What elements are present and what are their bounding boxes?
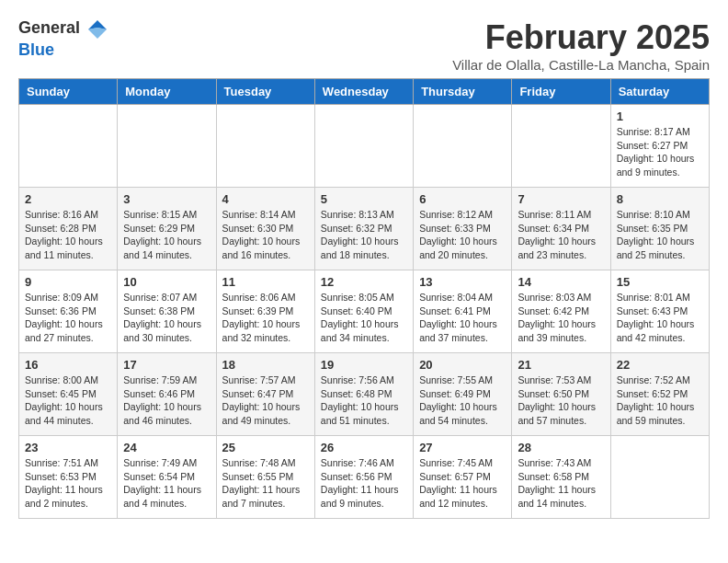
day-info: Sunrise: 8:07 AM Sunset: 6:38 PM Dayligh… xyxy=(123,291,210,345)
calendar-week-row: 23Sunrise: 7:51 AM Sunset: 6:53 PM Dayli… xyxy=(19,436,710,519)
day-number: 1 xyxy=(617,109,703,123)
day-info: Sunrise: 7:52 AM Sunset: 6:52 PM Dayligh… xyxy=(617,373,703,428)
calendar-cell: 10Sunrise: 8:07 AM Sunset: 6:38 PM Dayli… xyxy=(118,270,216,353)
calendar-cell: 11Sunrise: 8:06 AM Sunset: 6:39 PM Dayli… xyxy=(216,270,314,353)
calendar-cell: 14Sunrise: 8:03 AM Sunset: 6:42 PM Dayli… xyxy=(512,270,610,353)
calendar-week-row: 16Sunrise: 8:00 AM Sunset: 6:45 PM Dayli… xyxy=(19,353,710,436)
day-info: Sunrise: 8:05 AM Sunset: 6:40 PM Dayligh… xyxy=(321,291,407,345)
day-info: Sunrise: 8:12 AM Sunset: 6:33 PM Dayligh… xyxy=(419,208,506,262)
day-number: 9 xyxy=(25,275,111,289)
day-info: Sunrise: 8:14 AM Sunset: 6:30 PM Dayligh… xyxy=(222,208,309,262)
day-info: Sunrise: 8:15 AM Sunset: 6:29 PM Dayligh… xyxy=(123,208,210,262)
day-info: Sunrise: 7:56 AM Sunset: 6:48 PM Dayligh… xyxy=(321,373,407,428)
day-number: 11 xyxy=(222,275,309,289)
day-info: Sunrise: 8:10 AM Sunset: 6:35 PM Dayligh… xyxy=(617,208,703,262)
calendar-table: SundayMondayTuesdayWednesdayThursdayFrid… xyxy=(18,78,710,519)
day-number: 22 xyxy=(617,358,703,372)
calendar-cell: 15Sunrise: 8:01 AM Sunset: 6:43 PM Dayli… xyxy=(610,270,709,353)
calendar-week-row: 2Sunrise: 8:16 AM Sunset: 6:28 PM Daylig… xyxy=(19,188,710,270)
day-number: 24 xyxy=(123,441,210,454)
calendar-cell: 3Sunrise: 8:15 AM Sunset: 6:29 PM Daylig… xyxy=(118,188,216,270)
column-header-saturday: Saturday xyxy=(610,79,709,105)
day-info: Sunrise: 8:17 AM Sunset: 6:27 PM Dayligh… xyxy=(617,125,703,179)
calendar-cell xyxy=(512,105,610,188)
calendar-cell: 4Sunrise: 8:14 AM Sunset: 6:30 PM Daylig… xyxy=(216,188,314,270)
day-number: 20 xyxy=(419,358,506,372)
day-info: Sunrise: 8:09 AM Sunset: 6:36 PM Dayligh… xyxy=(25,291,111,345)
day-number: 13 xyxy=(419,275,506,289)
day-number: 15 xyxy=(617,275,703,289)
title-block: February 2025 Villar de Olalla, Castille… xyxy=(452,18,710,73)
day-number: 21 xyxy=(518,358,604,372)
calendar-cell xyxy=(118,105,216,188)
calendar-cell: 27Sunrise: 7:45 AM Sunset: 6:57 PM Dayli… xyxy=(414,436,512,519)
day-number: 17 xyxy=(123,358,210,372)
calendar-cell xyxy=(414,105,512,188)
calendar-cell: 13Sunrise: 8:04 AM Sunset: 6:41 PM Dayli… xyxy=(414,270,512,353)
calendar-cell: 9Sunrise: 8:09 AM Sunset: 6:36 PM Daylig… xyxy=(19,270,118,353)
calendar-week-row: 9Sunrise: 8:09 AM Sunset: 6:36 PM Daylig… xyxy=(19,270,710,353)
svg-marker-1 xyxy=(88,28,107,39)
calendar-cell: 16Sunrise: 8:00 AM Sunset: 6:45 PM Dayli… xyxy=(19,353,118,436)
day-number: 8 xyxy=(617,192,703,206)
column-header-thursday: Thursday xyxy=(414,79,512,105)
day-number: 26 xyxy=(321,441,407,454)
day-number: 4 xyxy=(222,192,309,206)
calendar-cell: 6Sunrise: 8:12 AM Sunset: 6:33 PM Daylig… xyxy=(414,188,512,270)
day-info: Sunrise: 7:46 AM Sunset: 6:56 PM Dayligh… xyxy=(321,456,407,511)
day-number: 19 xyxy=(321,358,407,372)
logo-blue: Blue xyxy=(18,40,54,59)
day-number: 16 xyxy=(25,358,111,372)
logo-icon xyxy=(86,18,108,40)
logo-general: General xyxy=(18,18,80,37)
calendar-cell: 28Sunrise: 7:43 AM Sunset: 6:58 PM Dayli… xyxy=(512,436,610,519)
calendar-cell: 24Sunrise: 7:49 AM Sunset: 6:54 PM Dayli… xyxy=(118,436,216,519)
calendar-cell: 2Sunrise: 8:16 AM Sunset: 6:28 PM Daylig… xyxy=(19,188,118,270)
calendar-week-row: 1Sunrise: 8:17 AM Sunset: 6:27 PM Daylig… xyxy=(19,105,710,188)
day-info: Sunrise: 7:45 AM Sunset: 6:57 PM Dayligh… xyxy=(419,456,506,511)
day-number: 25 xyxy=(222,441,309,454)
page-header: General Blue February 2025 Villar de Ola… xyxy=(18,18,710,73)
logo: General Blue xyxy=(18,18,108,60)
calendar-cell: 5Sunrise: 8:13 AM Sunset: 6:32 PM Daylig… xyxy=(314,188,413,270)
calendar-cell: 19Sunrise: 7:56 AM Sunset: 6:48 PM Dayli… xyxy=(314,353,413,436)
calendar-cell: 22Sunrise: 7:52 AM Sunset: 6:52 PM Dayli… xyxy=(610,353,709,436)
calendar-cell: 12Sunrise: 8:05 AM Sunset: 6:40 PM Dayli… xyxy=(314,270,413,353)
calendar-cell: 8Sunrise: 8:10 AM Sunset: 6:35 PM Daylig… xyxy=(610,188,709,270)
column-header-monday: Monday xyxy=(118,79,216,105)
day-info: Sunrise: 7:55 AM Sunset: 6:49 PM Dayligh… xyxy=(419,373,506,428)
calendar-header-row: SundayMondayTuesdayWednesdayThursdayFrid… xyxy=(19,79,710,105)
day-info: Sunrise: 8:16 AM Sunset: 6:28 PM Dayligh… xyxy=(25,208,111,262)
day-info: Sunrise: 7:59 AM Sunset: 6:46 PM Dayligh… xyxy=(123,373,210,428)
calendar-subtitle: Villar de Olalla, Castille-La Mancha, Sp… xyxy=(452,57,710,73)
day-number: 6 xyxy=(419,192,506,206)
calendar-cell: 17Sunrise: 7:59 AM Sunset: 6:46 PM Dayli… xyxy=(118,353,216,436)
day-info: Sunrise: 7:51 AM Sunset: 6:53 PM Dayligh… xyxy=(25,456,111,511)
day-number: 12 xyxy=(321,275,407,289)
day-info: Sunrise: 8:00 AM Sunset: 6:45 PM Dayligh… xyxy=(25,373,111,428)
calendar-cell: 20Sunrise: 7:55 AM Sunset: 6:49 PM Dayli… xyxy=(414,353,512,436)
day-number: 2 xyxy=(25,192,111,206)
calendar-cell xyxy=(19,105,118,188)
day-info: Sunrise: 8:06 AM Sunset: 6:39 PM Dayligh… xyxy=(222,291,309,345)
day-info: Sunrise: 7:57 AM Sunset: 6:47 PM Dayligh… xyxy=(222,373,309,428)
column-header-friday: Friday xyxy=(512,79,610,105)
calendar-cell: 7Sunrise: 8:11 AM Sunset: 6:34 PM Daylig… xyxy=(512,188,610,270)
day-info: Sunrise: 7:43 AM Sunset: 6:58 PM Dayligh… xyxy=(518,456,604,511)
column-header-tuesday: Tuesday xyxy=(216,79,314,105)
calendar-cell: 21Sunrise: 7:53 AM Sunset: 6:50 PM Dayli… xyxy=(512,353,610,436)
calendar-cell: 18Sunrise: 7:57 AM Sunset: 6:47 PM Dayli… xyxy=(216,353,314,436)
calendar-cell xyxy=(216,105,314,188)
day-info: Sunrise: 8:01 AM Sunset: 6:43 PM Dayligh… xyxy=(617,291,703,345)
calendar-title: February 2025 xyxy=(452,18,710,57)
day-number: 18 xyxy=(222,358,309,372)
day-number: 14 xyxy=(518,275,604,289)
day-number: 27 xyxy=(419,441,506,454)
calendar-cell: 23Sunrise: 7:51 AM Sunset: 6:53 PM Dayli… xyxy=(19,436,118,519)
day-info: Sunrise: 8:04 AM Sunset: 6:41 PM Dayligh… xyxy=(419,291,506,345)
day-number: 10 xyxy=(123,275,210,289)
day-number: 5 xyxy=(321,192,407,206)
day-info: Sunrise: 7:53 AM Sunset: 6:50 PM Dayligh… xyxy=(518,373,604,428)
column-header-wednesday: Wednesday xyxy=(314,79,413,105)
day-info: Sunrise: 8:13 AM Sunset: 6:32 PM Dayligh… xyxy=(321,208,407,262)
